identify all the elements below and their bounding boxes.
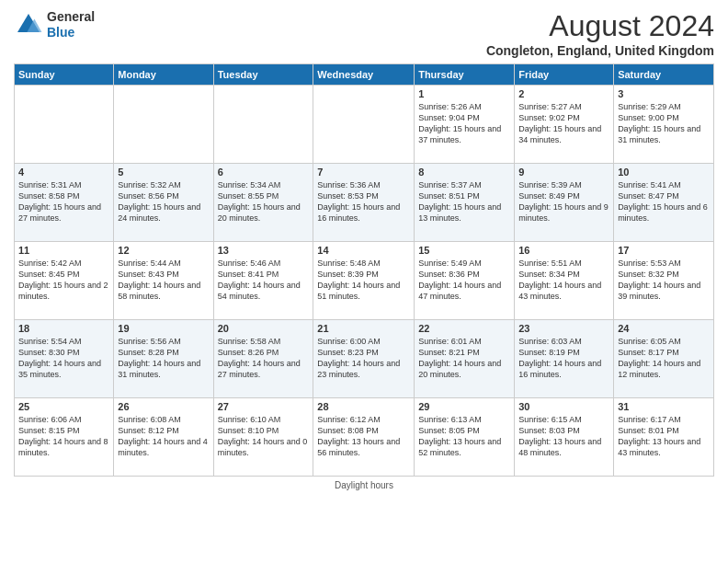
logo-text: General Blue xyxy=(47,9,95,40)
day-cell: 8Sunrise: 5:37 AM Sunset: 8:51 PM Daylig… xyxy=(415,164,515,242)
week-row-2: 4Sunrise: 5:31 AM Sunset: 8:58 PM Daylig… xyxy=(15,164,714,242)
day-cell: 11Sunrise: 5:42 AM Sunset: 8:45 PM Dayli… xyxy=(15,242,114,320)
col-header-thursday: Thursday xyxy=(415,64,515,86)
day-number: 10 xyxy=(618,167,710,178)
day-info: Sunrise: 5:42 AM Sunset: 8:45 PM Dayligh… xyxy=(18,258,109,303)
month-title: August 2024 xyxy=(486,9,714,43)
day-cell: 4Sunrise: 5:31 AM Sunset: 8:58 PM Daylig… xyxy=(15,164,114,242)
day-info: Sunrise: 6:17 AM Sunset: 8:01 PM Dayligh… xyxy=(618,414,710,459)
day-info: Sunrise: 6:05 AM Sunset: 8:17 PM Dayligh… xyxy=(618,336,710,381)
day-cell: 1Sunrise: 5:26 AM Sunset: 9:04 PM Daylig… xyxy=(415,86,515,164)
day-info: Sunrise: 6:15 AM Sunset: 8:03 PM Dayligh… xyxy=(518,414,609,459)
day-info: Sunrise: 6:12 AM Sunset: 8:08 PM Dayligh… xyxy=(317,414,410,459)
calendar-header-row: SundayMondayTuesdayWednesdayThursdayFrid… xyxy=(15,64,714,86)
logo-blue: Blue xyxy=(47,25,74,40)
day-cell: 16Sunrise: 5:51 AM Sunset: 8:34 PM Dayli… xyxy=(515,242,614,320)
day-cell: 28Sunrise: 6:12 AM Sunset: 8:08 PM Dayli… xyxy=(313,398,415,477)
col-header-saturday: Saturday xyxy=(614,64,714,86)
calendar-table: SundayMondayTuesdayWednesdayThursdayFrid… xyxy=(14,63,714,477)
logo-icon xyxy=(14,10,43,40)
day-number: 4 xyxy=(18,167,109,178)
day-number: 27 xyxy=(218,401,310,412)
logo-general: General xyxy=(47,9,95,24)
day-cell: 6Sunrise: 5:34 AM Sunset: 8:55 PM Daylig… xyxy=(213,164,313,242)
day-number: 25 xyxy=(18,401,109,412)
day-number: 21 xyxy=(317,323,410,334)
day-cell: 30Sunrise: 6:15 AM Sunset: 8:03 PM Dayli… xyxy=(515,398,614,477)
day-info: Sunrise: 5:46 AM Sunset: 8:41 PM Dayligh… xyxy=(218,258,310,303)
day-cell: 5Sunrise: 5:32 AM Sunset: 8:56 PM Daylig… xyxy=(114,164,213,242)
week-row-4: 18Sunrise: 5:54 AM Sunset: 8:30 PM Dayli… xyxy=(15,320,714,398)
day-info: Sunrise: 6:03 AM Sunset: 8:19 PM Dayligh… xyxy=(518,336,609,381)
day-cell: 18Sunrise: 5:54 AM Sunset: 8:30 PM Dayli… xyxy=(15,320,114,398)
day-info: Sunrise: 5:34 AM Sunset: 8:55 PM Dayligh… xyxy=(218,179,310,224)
day-info: Sunrise: 5:58 AM Sunset: 8:26 PM Dayligh… xyxy=(218,336,310,381)
day-number: 11 xyxy=(18,245,109,256)
day-number: 20 xyxy=(218,323,310,334)
day-info: Sunrise: 5:49 AM Sunset: 8:36 PM Dayligh… xyxy=(418,258,510,303)
day-number: 28 xyxy=(317,401,410,412)
day-cell: 24Sunrise: 6:05 AM Sunset: 8:17 PM Dayli… xyxy=(614,320,714,398)
col-header-friday: Friday xyxy=(515,64,614,86)
day-cell: 20Sunrise: 5:58 AM Sunset: 8:26 PM Dayli… xyxy=(213,320,313,398)
day-number: 24 xyxy=(618,323,710,334)
title-section: August 2024 Congleton, England, United K… xyxy=(486,9,714,58)
day-cell: 21Sunrise: 6:00 AM Sunset: 8:23 PM Dayli… xyxy=(313,320,415,398)
day-cell: 15Sunrise: 5:49 AM Sunset: 8:36 PM Dayli… xyxy=(415,242,515,320)
day-cell: 2Sunrise: 5:27 AM Sunset: 9:02 PM Daylig… xyxy=(515,86,614,164)
day-cell xyxy=(114,86,213,164)
day-number: 29 xyxy=(418,401,510,412)
day-cell xyxy=(15,86,114,164)
day-cell: 22Sunrise: 6:01 AM Sunset: 8:21 PM Dayli… xyxy=(415,320,515,398)
page: General Blue August 2024 Congleton, Engl… xyxy=(0,0,728,563)
day-cell: 29Sunrise: 6:13 AM Sunset: 8:05 PM Dayli… xyxy=(415,398,515,477)
col-header-sunday: Sunday xyxy=(15,64,114,86)
col-header-wednesday: Wednesday xyxy=(313,64,415,86)
location: Congleton, England, United Kingdom xyxy=(486,43,714,58)
day-number: 8 xyxy=(418,167,510,178)
day-info: Sunrise: 5:48 AM Sunset: 8:39 PM Dayligh… xyxy=(317,258,410,303)
day-info: Sunrise: 5:26 AM Sunset: 9:04 PM Dayligh… xyxy=(418,101,510,146)
day-info: Sunrise: 5:39 AM Sunset: 8:49 PM Dayligh… xyxy=(518,179,609,224)
header: General Blue August 2024 Congleton, Engl… xyxy=(14,9,714,58)
week-row-3: 11Sunrise: 5:42 AM Sunset: 8:45 PM Dayli… xyxy=(15,242,714,320)
day-cell: 3Sunrise: 5:29 AM Sunset: 9:00 PM Daylig… xyxy=(614,86,714,164)
day-cell xyxy=(213,86,313,164)
week-row-5: 25Sunrise: 6:06 AM Sunset: 8:15 PM Dayli… xyxy=(15,398,714,477)
day-cell: 23Sunrise: 6:03 AM Sunset: 8:19 PM Dayli… xyxy=(515,320,614,398)
day-cell: 26Sunrise: 6:08 AM Sunset: 8:12 PM Dayli… xyxy=(114,398,213,477)
day-info: Sunrise: 5:53 AM Sunset: 8:32 PM Dayligh… xyxy=(618,258,710,303)
day-info: Sunrise: 6:00 AM Sunset: 8:23 PM Dayligh… xyxy=(317,336,410,381)
day-info: Sunrise: 5:36 AM Sunset: 8:53 PM Dayligh… xyxy=(317,179,410,224)
day-cell: 10Sunrise: 5:41 AM Sunset: 8:47 PM Dayli… xyxy=(614,164,714,242)
day-number: 9 xyxy=(518,167,609,178)
day-number: 23 xyxy=(518,323,609,334)
day-info: Sunrise: 5:51 AM Sunset: 8:34 PM Dayligh… xyxy=(518,258,609,303)
day-number: 1 xyxy=(418,88,510,99)
day-number: 7 xyxy=(317,167,410,178)
day-number: 12 xyxy=(118,245,209,256)
day-info: Sunrise: 5:54 AM Sunset: 8:30 PM Dayligh… xyxy=(18,336,109,381)
week-row-1: 1Sunrise: 5:26 AM Sunset: 9:04 PM Daylig… xyxy=(15,86,714,164)
day-cell: 31Sunrise: 6:17 AM Sunset: 8:01 PM Dayli… xyxy=(614,398,714,477)
day-info: Sunrise: 5:56 AM Sunset: 8:28 PM Dayligh… xyxy=(118,336,209,381)
day-info: Sunrise: 6:10 AM Sunset: 8:10 PM Dayligh… xyxy=(218,414,310,459)
day-info: Sunrise: 6:08 AM Sunset: 8:12 PM Dayligh… xyxy=(118,414,209,459)
day-number: 15 xyxy=(418,245,510,256)
day-info: Sunrise: 5:32 AM Sunset: 8:56 PM Dayligh… xyxy=(118,179,209,224)
day-cell: 13Sunrise: 5:46 AM Sunset: 8:41 PM Dayli… xyxy=(213,242,313,320)
day-number: 30 xyxy=(518,401,609,412)
day-cell: 14Sunrise: 5:48 AM Sunset: 8:39 PM Dayli… xyxy=(313,242,415,320)
day-cell: 17Sunrise: 5:53 AM Sunset: 8:32 PM Dayli… xyxy=(614,242,714,320)
day-cell: 27Sunrise: 6:10 AM Sunset: 8:10 PM Dayli… xyxy=(213,398,313,477)
day-cell xyxy=(313,86,415,164)
day-number: 17 xyxy=(618,245,710,256)
day-number: 18 xyxy=(18,323,109,334)
col-header-monday: Monday xyxy=(114,64,213,86)
day-cell: 9Sunrise: 5:39 AM Sunset: 8:49 PM Daylig… xyxy=(515,164,614,242)
day-number: 22 xyxy=(418,323,510,334)
day-cell: 25Sunrise: 6:06 AM Sunset: 8:15 PM Dayli… xyxy=(15,398,114,477)
day-number: 14 xyxy=(317,245,410,256)
day-info: Sunrise: 6:01 AM Sunset: 8:21 PM Dayligh… xyxy=(418,336,510,381)
day-number: 26 xyxy=(118,401,209,412)
